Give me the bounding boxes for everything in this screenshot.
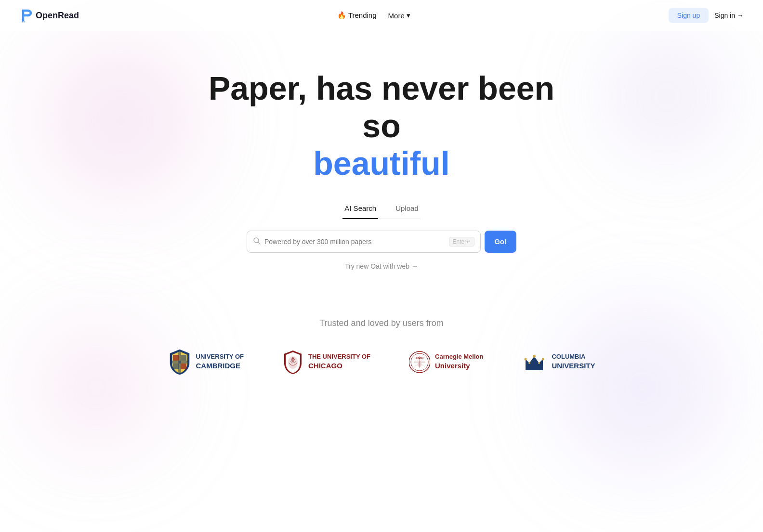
signup-button[interactable]: Sign up [669,8,709,23]
svg-point-17 [538,362,540,364]
signin-button[interactable]: Sign in → [714,12,744,19]
oat-link[interactable]: Try new Oat with web → [345,262,418,270]
hero-title: Paper, has never been so beautiful [209,69,554,182]
search-tabs: AI Search Upload [342,200,420,219]
svg-point-13 [418,363,421,367]
university-cambridge: UNIVERSITY OF CAMBRIDGE [168,348,244,376]
navbar: OpenRead 🔥 Trending More ▾ Sign up Sign … [0,0,763,31]
logo-text: OpenRead [36,11,79,21]
svg-rect-4 [173,355,179,361]
svg-point-18 [525,358,527,360]
svg-point-19 [542,358,544,360]
svg-rect-3 [172,361,187,363]
cmu-logo-img: CMU [409,348,430,376]
tab-upload[interactable]: Upload [394,200,421,219]
trending-link[interactable]: 🔥 Trending [337,11,377,20]
tab-ai-search-label: AI Search [344,204,376,212]
svg-point-16 [528,362,530,364]
logo-icon [19,8,33,23]
university-columbia: COLUMBIA UNIVERSITY [522,348,595,376]
go-button[interactable]: Go! [485,231,516,253]
logo-link[interactable]: OpenRead [19,8,79,23]
columbia-name: COLUMBIA UNIVERSITY [552,353,595,370]
svg-rect-5 [181,355,186,361]
search-container: Enter↵ Go! [247,231,516,253]
svg-rect-14 [526,368,543,370]
hero-line1: Paper, has never been [209,70,554,106]
search-icon [253,237,261,247]
chicago-name: THE UNIVERSITY OF CHICAGO [308,353,370,370]
university-cmu: CMU Carnegie Mellon University [409,348,483,376]
search-input-wrapper: Enter↵ [247,231,481,253]
cambridge-logo-img [168,348,191,376]
hero-line3: beautiful [313,145,449,182]
trending-label: 🔥 Trending [337,11,377,20]
svg-point-15 [533,355,536,358]
hero-line2: so [362,107,400,144]
trusted-title: Trusted and loved by users from [319,318,443,328]
trusted-section: Trusted and loved by users from [0,318,763,376]
svg-point-9 [291,359,294,362]
svg-rect-6 [173,363,179,369]
chevron-down-icon: ▾ [407,11,410,20]
universities-list: UNIVERSITY OF CAMBRIDGE [130,348,634,376]
nav-center: 🔥 Trending More ▾ [337,11,410,20]
columbia-logo-img [522,348,547,376]
chicago-shield-icon [282,350,303,375]
signin-label: Sign in [714,12,735,19]
cmu-name: Carnegie Mellon University [435,353,483,370]
columbia-crown-icon [522,350,547,375]
cambridge-name: UNIVERSITY OF CAMBRIDGE [196,353,244,370]
tab-ai-search[interactable]: AI Search [342,200,378,219]
nav-right: Sign up Sign in → [669,8,744,23]
chicago-logo-img [282,348,303,376]
cmu-shield-icon: CMU [409,350,430,375]
signin-arrow-icon: → [737,12,744,19]
more-button[interactable]: More ▾ [388,11,410,20]
more-label: More [388,12,405,20]
search-input[interactable] [264,238,449,246]
university-chicago: THE UNIVERSITY OF CHICAGO [282,348,370,376]
enter-hint: Enter↵ [449,237,474,247]
main-content: Paper, has never been so beautiful AI Se… [0,31,763,376]
svg-line-1 [258,242,260,244]
cambridge-shield-icon [168,349,191,376]
tab-upload-label: Upload [395,204,419,212]
svg-rect-7 [181,363,186,369]
